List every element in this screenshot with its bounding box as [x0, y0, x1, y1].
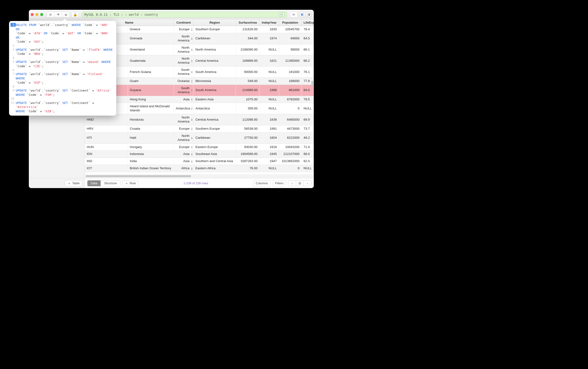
cell[interactable]: French Guiana	[128, 67, 174, 78]
col-header[interactable]: Region	[193, 19, 236, 26]
cell[interactable]: 108889.00	[236, 55, 260, 67]
cell[interactable]: 94000	[279, 33, 301, 44]
cell[interactable]: Oceania▴▾	[174, 77, 193, 85]
stepper-icon[interactable]: ▴▾	[191, 153, 192, 156]
minimize-window[interactable]	[36, 13, 38, 16]
cancel-button[interactable]: ⊘	[47, 12, 54, 17]
cell[interactable]: Asia▴▾	[174, 151, 193, 158]
cell[interactable]: Guam	[128, 77, 174, 85]
cell[interactable]: North America	[193, 44, 236, 55]
cell[interactable]: 69.9	[302, 114, 314, 125]
cell[interactable]: Greece	[128, 26, 174, 33]
stepper-icon[interactable]: ▴▾	[191, 160, 192, 163]
cell[interactable]: Europe▴▾	[174, 26, 193, 33]
cell[interactable]: 212107000	[279, 151, 301, 158]
right-panel-icon[interactable]: ◨	[305, 12, 312, 17]
cell[interactable]: Indonesia	[128, 151, 174, 158]
horizontal-scrollbar[interactable]	[86, 175, 191, 177]
table-row[interactable]: GuyanaSouth America▴▾South America214969…	[85, 85, 314, 96]
table-row[interactable]: GuatemalaNorth America▴▾Central America1…	[85, 55, 314, 67]
cell[interactable]: 11385000	[279, 55, 301, 67]
table-row[interactable]: GreeceEurope▴▾Southern Europe131626.0018…	[85, 26, 314, 33]
cell[interactable]: Antarctica	[193, 103, 236, 114]
cell[interactable]: 861000	[279, 85, 301, 96]
cell[interactable]: Central America	[193, 114, 236, 125]
table-row[interactable]: IOTBritish Indian Ocean TerritoryAfrica▴…	[85, 165, 314, 172]
cell[interactable]: 4473000	[279, 125, 301, 132]
cell[interactable]: British Indian Ocean Territory	[128, 165, 174, 172]
stepper-icon[interactable]: ▴▾	[191, 127, 192, 130]
table-row[interactable]: GuamOceania▴▾Micronesia549.00NULL1680007…	[85, 77, 314, 85]
col-header[interactable]: SurfaceArea	[236, 19, 260, 26]
cell[interactable]: 66.2	[302, 55, 314, 67]
cell[interactable]: 168000	[279, 77, 301, 85]
commit-button[interactable]: ≣	[62, 12, 70, 17]
prev-page-button[interactable]: ‹	[288, 181, 296, 186]
cell[interactable]: 1804	[260, 132, 279, 144]
cell[interactable]: Eastern Asia	[193, 96, 236, 103]
cell[interactable]: 1974	[260, 33, 279, 44]
next-page-button[interactable]: ›	[304, 181, 311, 186]
cell[interactable]: HRV	[85, 125, 128, 132]
cell[interactable]: 78.00	[236, 165, 260, 172]
cell[interactable]: 1013662000	[279, 158, 301, 165]
stepper-icon[interactable]: ▴▾	[191, 118, 192, 121]
cell[interactable]: Micronesia	[193, 77, 236, 85]
stepper-icon[interactable]: ▴▾	[191, 37, 192, 40]
cell[interactable]: 214969.00	[236, 85, 260, 96]
cell[interactable]: 78.4	[302, 26, 314, 33]
cell[interactable]: North America▴▾	[174, 114, 193, 125]
add-row-button[interactable]: ＋ Row	[122, 180, 139, 186]
col-header[interactable]: LifeExp	[302, 19, 314, 26]
cell[interactable]: Africa▴▾	[174, 165, 193, 172]
stepper-icon[interactable]: ▴▾	[191, 89, 192, 92]
cell[interactable]: 1966	[260, 85, 279, 96]
cell[interactable]: 1918	[260, 144, 279, 151]
refresh-button[interactable]: ⟳	[290, 12, 298, 17]
cell[interactable]: 1947	[260, 158, 279, 165]
cell[interactable]: 8222000	[279, 132, 301, 144]
table-row[interactable]: INDIndiaAsia▴▾Southern and Central Asia3…	[85, 158, 314, 165]
cell[interactable]: 10545700	[279, 26, 301, 33]
cell[interactable]: 6485000	[279, 114, 301, 125]
cell[interactable]: 344.00	[236, 33, 260, 44]
breadcrumb[interactable]: MySQL 8.0.11 : TLS : : world : country l…	[82, 11, 287, 18]
cell[interactable]: 359.00	[236, 103, 260, 114]
panel-toggle[interactable]: ◧ ◨	[299, 12, 312, 17]
lock-button[interactable]: 🔒	[71, 12, 79, 17]
cell[interactable]: 131626.00	[236, 26, 260, 33]
stepper-icon[interactable]: ▴▾	[191, 107, 192, 110]
left-panel-icon[interactable]: ◧	[299, 12, 305, 17]
table-row[interactable]: GrenadaNorth America▴▾Caribbean344.00197…	[85, 33, 314, 44]
table-row[interactable]: GreenlandNorth America▴▾North America216…	[85, 44, 314, 55]
col-header[interactable]: IndepYear	[260, 19, 279, 26]
tab-structure[interactable]: Structure	[100, 180, 120, 186]
stepper-icon[interactable]: ▴▾	[191, 71, 192, 74]
cell[interactable]: NULL	[260, 103, 279, 114]
cell[interactable]: 1904569.00	[236, 151, 260, 158]
cell[interactable]: 79.5	[302, 96, 314, 103]
cell[interactable]: 27750.00	[236, 132, 260, 144]
stepper-icon[interactable]: ▴▾	[191, 146, 192, 149]
cell[interactable]: Southeast Asia	[193, 151, 236, 158]
cell[interactable]: South America▴▾	[174, 67, 193, 78]
cell[interactable]: Honduras	[128, 114, 174, 125]
tab-data[interactable]: Data	[88, 180, 100, 186]
cell[interactable]: 6782000	[279, 96, 301, 103]
cell[interactable]: Greenland	[128, 44, 174, 55]
table-row[interactable]: HUNHungaryEurope▴▾Eastern Europe93030.00…	[85, 144, 314, 151]
cell[interactable]: NULL	[260, 165, 279, 172]
cell[interactable]: 1991	[260, 125, 279, 132]
table-row[interactable]: HNDHondurasNorth America▴▾Central Americ…	[85, 114, 314, 125]
cell[interactable]: Southern and Central Asia	[193, 158, 236, 165]
zoom-window[interactable]	[40, 13, 43, 16]
cell[interactable]: Heard Island and McDonald Islands	[128, 103, 174, 114]
cell[interactable]: Europe▴▾	[174, 125, 193, 132]
stepper-icon[interactable]: ▴▾	[191, 59, 192, 62]
add-table-button[interactable]: ＋ Table	[65, 180, 82, 186]
cell[interactable]: IND	[85, 158, 128, 165]
cell[interactable]: 1821	[260, 55, 279, 67]
cell[interactable]: North America▴▾	[174, 33, 193, 44]
cell[interactable]: 112088.00	[236, 114, 260, 125]
stepper-icon[interactable]: ▴▾	[191, 167, 192, 170]
